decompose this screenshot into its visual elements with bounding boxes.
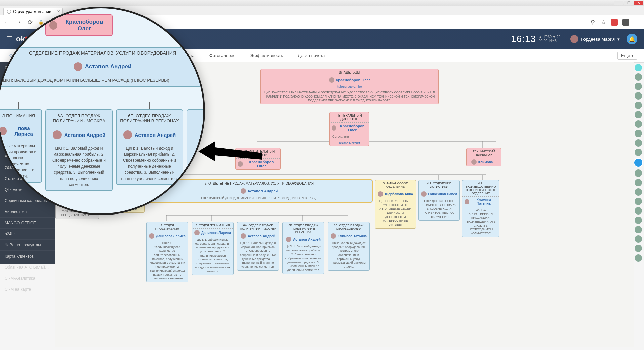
avatar-icon [49,21,57,30]
mag-person: лова Лариса [0,122,41,140]
presence-avatar[interactable] [635,120,642,128]
search-icon[interactable]: ⚲ [590,19,596,25]
magnifier-overlay: Красноборов Олег ОТДЕЛЕНИЕ ПРОДАЖ МАТЕРИ… [0,7,205,215]
org-node-production[interactable]: 4.2. ПРОИЗВОДСТВЕННО-ТЕХНОЛОГИЧЕСКОЕ ОТД… [462,180,499,237]
presence-avatar[interactable] [635,245,642,252]
sidebar-item[interactable]: MANGO OFFICE [0,218,55,229]
node-title: 4.2. ПРОИЗВОДСТВЕННО-ТЕХНОЛОГИЧЕСКОЕ ОТД… [462,180,499,197]
forward-icon[interactable]: → [15,19,22,25]
chat-bubble-icon[interactable] [634,158,643,167]
mag-node-dept: 6Б. ОТДЕЛ ПРОДАЖ ПОЛИГРАФИИ В РЕГИОНАХ А… [116,109,183,185]
presence-avatar[interactable] [635,226,642,233]
presence-avatar[interactable] [635,149,642,156]
browser-tab[interactable]: Структура компании ✕ [3,8,63,15]
presence-avatar[interactable] [635,169,642,177]
star-icon[interactable]: ☆ [600,19,606,25]
menu-icon[interactable]: ⋮ [634,19,640,25]
nav-item[interactable]: Эффективность [248,52,286,60]
nav-more-button[interactable]: Еще ▾ [617,52,637,60]
mag-person: Астапов Андрей [0,59,205,74]
mag-dept-title: Л ПОНИМАНИЯ [0,110,41,122]
window-close-button[interactable]: ✕ [634,1,643,5]
reload-icon[interactable]: ⟳ [27,19,33,25]
presence-avatar[interactable] [635,102,642,109]
user-name: Гордеева Мария [581,37,615,42]
presence-avatar[interactable] [635,188,642,196]
pointer-arrow-icon [198,141,266,175]
node-title: 2. ОТДЕЛЕНИЕ ПРОДАЖ МАТЕРИАЛОВ, УСЛУГ И … [147,180,372,187]
node-title: 4. ОТДЕЛ ПРОДВИЖЕНИЯ [147,222,188,232]
nav-item[interactable]: Доска почета [295,52,327,60]
presence-avatar[interactable] [635,217,642,224]
org-node-dept[interactable]: 6Б. ОТДЕЛ ПРОДАЖ ПОЛИГРАФИИ В РЕГИОНАХ А… [282,222,324,274]
sidebar-item[interactable]: Карта клиентов [0,251,55,262]
extension-icon[interactable] [622,19,629,26]
window-minimize-button[interactable]: — [614,1,623,5]
sidebar-item[interactable]: Облачная АТС Билайн Б... [0,262,55,273]
extension-icon[interactable] [611,19,618,26]
org-node-dept[interactable]: 4. ОТДЕЛ ПРОДВИЖЕНИЯ Данилова Лариса ЦКП… [146,222,188,282]
presence-avatar[interactable] [635,254,642,262]
presence-avatar[interactable] [635,64,642,71]
avatar-icon [471,159,477,165]
node-title: 6Б. ОТДЕЛ ПРОДАЖ ПОЛИГРАФИИ В РЕГИОНАХ [283,222,324,235]
hamburger-icon[interactable]: ☰ [7,35,13,43]
presence-avatar[interactable] [635,130,642,137]
avatar-icon [123,130,132,139]
org-node-techdir[interactable]: ТЕХНИЧЕСКИЙ ДИРЕКТОР Климова ... [466,148,501,166]
mag-desc: ЦКП: 1. Валовый доход и маржинальная при… [117,143,183,184]
org-node-dept[interactable]: 5. ОТДЕЛ ПОНИМАНИЯ Данилова Лариса ЦКП: … [192,222,234,275]
presence-avatar[interactable] [635,83,642,90]
mag-title: ОТДЕЛЕНИЕ ПРОДАЖ МАТЕРИАЛОВ, УСЛУГ И ОБО… [0,48,205,59]
sidebar-item[interactable]: b24hr [0,229,55,240]
org-node-dept[interactable]: 6В. ОТДЕЛ ПРОДАЖ ОБОРУДОВАНИЯ Климова Та… [328,222,370,271]
node-desc: ЦКП: СОХРАНЕННЫЕ, УЧТЕННЫЕ И НЕ УТРАТИВШ… [375,198,416,228]
node-title: ВЛАДЕЛЬЦЫ [261,69,438,76]
clock-sub: ▲ 17:30 ▼ 20 00:00 14:45 [539,35,560,43]
sidebar-item[interactable]: Библиотека [0,206,55,218]
window-maximize-button[interactable]: ☐ [624,1,633,5]
chevron-down-icon: ▾ [617,37,620,42]
org-node-gendir[interactable]: ГЕНЕРАЛЬНЫЙ ДИРЕКТОР Красноборов Олег Со… [329,112,369,146]
presence-avatar[interactable] [635,235,642,243]
org-node-logistics[interactable]: 4.1. ОТДЕЛЕНИЕ ЛОГИСТИКИ Голосилов Павел… [418,180,460,221]
org-node-sales-division[interactable]: 2. ОТДЕЛЕНИЕ ПРОДАЖ МАТЕРИАЛОВ, УСЛУГ И … [146,180,372,202]
user-avatar-icon [570,35,578,43]
node-person: Красноборов Олег [330,123,369,133]
node-desc: ЦКП: ВАЛОВЫЙ ДОХОД КОМПАНИИ БОЛЬШЕ, ЧЕМ … [147,195,372,202]
avatar-icon [241,188,246,194]
presence-avatar[interactable] [635,139,642,147]
mag-desc: ЦКП: 1. Валовый доход и маржинальная при… [46,143,112,190]
node-company: hubergroup GmbH [261,84,438,89]
avatar-icon [53,130,62,139]
presence-avatar[interactable] [635,198,642,205]
sidebar-item[interactable]: CRM на карте [0,284,55,295]
node-title: 4.1. ОТДЕЛЕНИЕ ЛОГИСТИКИ [419,180,459,190]
avatar-icon [149,233,154,239]
presence-avatar[interactable] [635,73,642,81]
sidebar-item[interactable]: ЧаВо по продуктам [0,240,55,251]
notifications-icon[interactable]: 🔔 [627,34,637,44]
mag-dept-title: 6А. ОТДЕЛ ПРОДАЖ ПОЛИГРАФИИ - МОСКВА [46,110,112,127]
avatar-icon [0,127,7,135]
avatar-icon [421,191,427,197]
node-person: Данилова Лариса [147,232,188,240]
presence-avatar[interactable] [635,179,642,186]
presence-strip [634,64,643,262]
avatar-icon [378,191,383,197]
mag-dept-title: 6Б. ОТДЕЛ ПРОДАЖ ПОЛИГРАФИИ В РЕГИОНАХ [117,110,183,127]
presence-avatar[interactable] [635,207,642,215]
sidebar-item[interactable]: CRM-Аналитика [0,273,55,284]
org-node-owners[interactable]: ВЛАДЕЛЬЦЫ Красноборов Олег hubergroup Gm… [260,69,439,104]
node-desc: ЦКП: Валовый доход от продажи оборудован… [328,240,369,270]
tab-close-icon[interactable]: ✕ [57,9,60,14]
presence-avatar[interactable] [635,111,642,118]
mag-person: Астапов Андрей [46,127,112,143]
back-icon[interactable]: ← [4,19,10,25]
nav-item[interactable]: Фотогалерея [207,52,238,60]
node-person: Астапов Андрей [237,232,279,240]
user-menu[interactable]: Гордеева Мария ▾ [570,35,620,43]
org-node-finance[interactable]: 3. ФИНАНСОВОЕ ОТДЕЛЕНИЕ Щербакова Анна Ц… [375,180,416,229]
presence-avatar[interactable] [635,92,642,100]
org-node-dept[interactable]: 6А. ОТДЕЛ ПРОДАЖ ПОЛИГРАФИИ - МОСКВА Аст… [237,222,279,271]
